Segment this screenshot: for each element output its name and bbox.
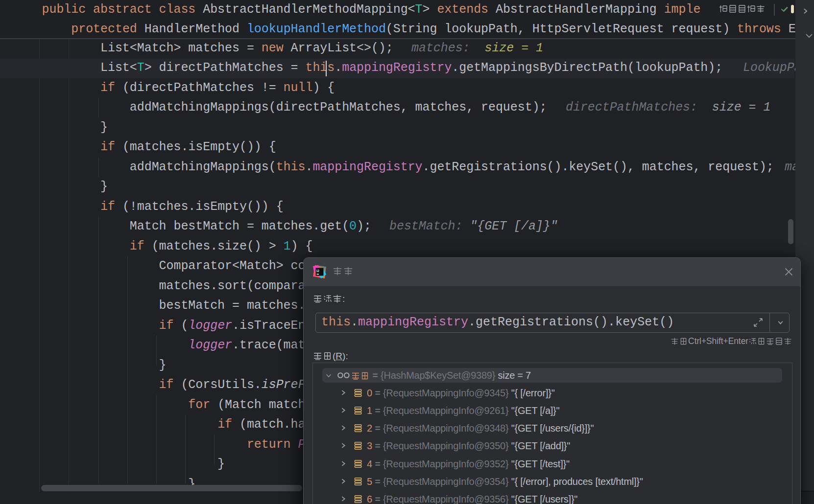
svg-text:IJ: IJ <box>316 269 319 273</box>
